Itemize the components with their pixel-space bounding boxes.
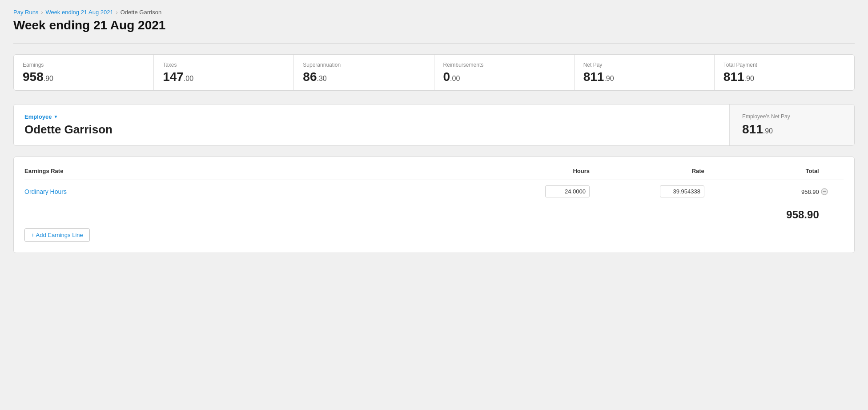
employee-net-pay-label: Employee's Net Pay	[742, 113, 842, 120]
employee-label-text: Employee	[24, 113, 52, 120]
breadcrumb-sep-2: ›	[116, 9, 118, 16]
summary-value: 811.90	[723, 71, 845, 83]
earnings-total-cell: 958.90	[775, 189, 819, 195]
earnings-total-row: 958.90	[24, 203, 844, 221]
col-header-action	[819, 168, 844, 180]
page-wrapper: Pay Runs › Week ending 21 Aug 2021 › Ode…	[0, 0, 868, 410]
earnings-total-action	[819, 203, 844, 221]
earnings-table-header: Earnings Rate Hours Rate Total	[24, 168, 844, 180]
summary-card-reimbursements: Reimbursements 0.00	[434, 55, 575, 90]
hours-input[interactable]	[545, 185, 590, 197]
breadcrumb-week[interactable]: Week ending 21 Aug 2021	[45, 9, 113, 16]
summary-value: 811.90	[583, 71, 705, 83]
summary-value: 147.00	[163, 71, 285, 83]
net-pay-decimal: .90	[763, 127, 773, 135]
earnings-row-rate[interactable]	[590, 180, 704, 203]
summary-value: 958.90	[23, 71, 145, 83]
add-earnings-button[interactable]: + Add Earnings Line	[24, 228, 90, 242]
summary-label: Taxes	[163, 62, 285, 68]
earnings-section: Earnings Rate Hours Rate Total Ordinary …	[13, 157, 855, 253]
employee-label[interactable]: Employee ▼	[24, 113, 719, 120]
remove-earnings-button[interactable]	[819, 188, 830, 195]
summary-value: 86.30	[303, 71, 425, 83]
col-header-hours: Hours	[475, 168, 590, 180]
summary-card-superannuation: Superannuation 86.30	[294, 55, 434, 90]
earnings-table: Earnings Rate Hours Rate Total Ordinary …	[24, 168, 844, 221]
rate-input[interactable]	[660, 185, 704, 197]
summary-cards: Earnings 958.90 Taxes 147.00 Superannuat…	[13, 54, 855, 91]
col-header-rate-col: Rate	[590, 168, 704, 180]
employee-name: Odette Garrison	[24, 123, 719, 137]
col-header-total: Total	[704, 168, 819, 180]
employee-net-pay-value: 811.90	[742, 122, 842, 137]
earnings-row-link[interactable]: Ordinary Hours	[24, 188, 67, 195]
summary-label: Superannuation	[303, 62, 425, 68]
chevron-down-icon: ▼	[53, 114, 58, 119]
earnings-row-name: Ordinary Hours	[24, 180, 475, 203]
earnings-total-spacer	[24, 203, 704, 221]
employee-main: Employee ▼ Odette Garrison	[14, 105, 730, 145]
summary-label: Total Payment	[723, 62, 845, 68]
summary-label: Net Pay	[583, 62, 705, 68]
page-title: Week ending 21 Aug 2021	[13, 18, 855, 32]
summary-value: 0.00	[443, 71, 565, 83]
summary-card-taxes: Taxes 147.00	[154, 55, 294, 90]
earnings-grand-total: 958.90	[704, 203, 819, 221]
breadcrumb-sep-1: ›	[41, 9, 43, 16]
breadcrumb: Pay Runs › Week ending 21 Aug 2021 › Ode…	[13, 9, 855, 16]
table-row: Ordinary Hours 958.90	[24, 180, 844, 203]
earnings-row-remove[interactable]	[819, 180, 844, 203]
summary-card-earnings: Earnings 958.90	[14, 55, 154, 90]
summary-card-net-pay: Net Pay 811.90	[575, 55, 715, 90]
summary-card-total-payment: Total Payment 811.90	[715, 55, 854, 90]
breadcrumb-current: Odette Garrison	[121, 9, 162, 16]
earnings-row-hours[interactable]	[475, 180, 590, 203]
section-divider	[13, 43, 855, 44]
col-header-rate: Earnings Rate	[24, 168, 475, 180]
employee-section: Employee ▼ Odette Garrison Employee's Ne…	[13, 104, 855, 146]
summary-label: Earnings	[23, 62, 145, 68]
employee-net-pay-panel: Employee's Net Pay 811.90	[730, 105, 854, 145]
breadcrumb-pay-runs[interactable]: Pay Runs	[13, 9, 38, 16]
net-pay-whole: 811	[742, 122, 763, 136]
summary-label: Reimbursements	[443, 62, 565, 68]
earnings-row-total: 958.90	[704, 180, 819, 203]
